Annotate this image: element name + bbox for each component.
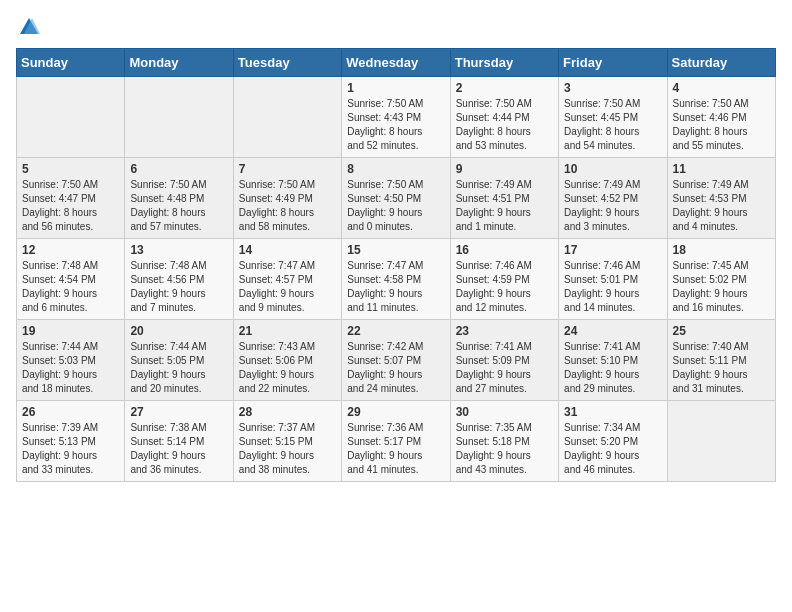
day-number: 11 <box>673 162 770 176</box>
day-number: 20 <box>130 324 227 338</box>
column-header-tuesday: Tuesday <box>233 49 341 77</box>
column-header-thursday: Thursday <box>450 49 558 77</box>
calendar-cell: 14Sunrise: 7:47 AM Sunset: 4:57 PM Dayli… <box>233 239 341 320</box>
day-info: Sunrise: 7:50 AM Sunset: 4:48 PM Dayligh… <box>130 178 227 234</box>
day-info: Sunrise: 7:35 AM Sunset: 5:18 PM Dayligh… <box>456 421 553 477</box>
day-info: Sunrise: 7:37 AM Sunset: 5:15 PM Dayligh… <box>239 421 336 477</box>
calendar-cell: 17Sunrise: 7:46 AM Sunset: 5:01 PM Dayli… <box>559 239 667 320</box>
calendar-cell: 26Sunrise: 7:39 AM Sunset: 5:13 PM Dayli… <box>17 401 125 482</box>
calendar-cell: 28Sunrise: 7:37 AM Sunset: 5:15 PM Dayli… <box>233 401 341 482</box>
calendar-week-2: 5Sunrise: 7:50 AM Sunset: 4:47 PM Daylig… <box>17 158 776 239</box>
calendar-week-3: 12Sunrise: 7:48 AM Sunset: 4:54 PM Dayli… <box>17 239 776 320</box>
day-info: Sunrise: 7:42 AM Sunset: 5:07 PM Dayligh… <box>347 340 444 396</box>
column-header-monday: Monday <box>125 49 233 77</box>
day-info: Sunrise: 7:47 AM Sunset: 4:58 PM Dayligh… <box>347 259 444 315</box>
calendar-week-5: 26Sunrise: 7:39 AM Sunset: 5:13 PM Dayli… <box>17 401 776 482</box>
day-number: 22 <box>347 324 444 338</box>
calendar-cell: 13Sunrise: 7:48 AM Sunset: 4:56 PM Dayli… <box>125 239 233 320</box>
calendar-cell: 5Sunrise: 7:50 AM Sunset: 4:47 PM Daylig… <box>17 158 125 239</box>
day-info: Sunrise: 7:39 AM Sunset: 5:13 PM Dayligh… <box>22 421 119 477</box>
day-number: 7 <box>239 162 336 176</box>
day-number: 2 <box>456 81 553 95</box>
day-info: Sunrise: 7:36 AM Sunset: 5:17 PM Dayligh… <box>347 421 444 477</box>
day-info: Sunrise: 7:41 AM Sunset: 5:10 PM Dayligh… <box>564 340 661 396</box>
calendar-cell: 22Sunrise: 7:42 AM Sunset: 5:07 PM Dayli… <box>342 320 450 401</box>
calendar-cell: 27Sunrise: 7:38 AM Sunset: 5:14 PM Dayli… <box>125 401 233 482</box>
calendar-week-1: 1Sunrise: 7:50 AM Sunset: 4:43 PM Daylig… <box>17 77 776 158</box>
day-info: Sunrise: 7:44 AM Sunset: 5:03 PM Dayligh… <box>22 340 119 396</box>
day-number: 23 <box>456 324 553 338</box>
day-info: Sunrise: 7:47 AM Sunset: 4:57 PM Dayligh… <box>239 259 336 315</box>
day-number: 9 <box>456 162 553 176</box>
day-number: 3 <box>564 81 661 95</box>
calendar-cell: 25Sunrise: 7:40 AM Sunset: 5:11 PM Dayli… <box>667 320 775 401</box>
day-number: 27 <box>130 405 227 419</box>
calendar-header-row: SundayMondayTuesdayWednesdayThursdayFrid… <box>17 49 776 77</box>
day-info: Sunrise: 7:38 AM Sunset: 5:14 PM Dayligh… <box>130 421 227 477</box>
day-info: Sunrise: 7:49 AM Sunset: 4:53 PM Dayligh… <box>673 178 770 234</box>
day-info: Sunrise: 7:48 AM Sunset: 4:54 PM Dayligh… <box>22 259 119 315</box>
calendar-table: SundayMondayTuesdayWednesdayThursdayFrid… <box>16 48 776 482</box>
column-header-friday: Friday <box>559 49 667 77</box>
day-number: 26 <box>22 405 119 419</box>
calendar-cell: 20Sunrise: 7:44 AM Sunset: 5:05 PM Dayli… <box>125 320 233 401</box>
calendar-cell: 18Sunrise: 7:45 AM Sunset: 5:02 PM Dayli… <box>667 239 775 320</box>
day-number: 15 <box>347 243 444 257</box>
calendar-cell: 19Sunrise: 7:44 AM Sunset: 5:03 PM Dayli… <box>17 320 125 401</box>
calendar-cell: 11Sunrise: 7:49 AM Sunset: 4:53 PM Dayli… <box>667 158 775 239</box>
day-number: 30 <box>456 405 553 419</box>
day-number: 5 <box>22 162 119 176</box>
calendar-cell <box>125 77 233 158</box>
day-info: Sunrise: 7:41 AM Sunset: 5:09 PM Dayligh… <box>456 340 553 396</box>
logo <box>16 16 40 38</box>
day-info: Sunrise: 7:50 AM Sunset: 4:46 PM Dayligh… <box>673 97 770 153</box>
day-info: Sunrise: 7:50 AM Sunset: 4:43 PM Dayligh… <box>347 97 444 153</box>
day-info: Sunrise: 7:50 AM Sunset: 4:50 PM Dayligh… <box>347 178 444 234</box>
calendar-cell: 12Sunrise: 7:48 AM Sunset: 4:54 PM Dayli… <box>17 239 125 320</box>
column-header-sunday: Sunday <box>17 49 125 77</box>
calendar-cell: 10Sunrise: 7:49 AM Sunset: 4:52 PM Dayli… <box>559 158 667 239</box>
day-number: 28 <box>239 405 336 419</box>
calendar-cell: 1Sunrise: 7:50 AM Sunset: 4:43 PM Daylig… <box>342 77 450 158</box>
calendar-cell <box>667 401 775 482</box>
calendar-cell: 4Sunrise: 7:50 AM Sunset: 4:46 PM Daylig… <box>667 77 775 158</box>
day-info: Sunrise: 7:49 AM Sunset: 4:51 PM Dayligh… <box>456 178 553 234</box>
column-header-wednesday: Wednesday <box>342 49 450 77</box>
calendar-week-4: 19Sunrise: 7:44 AM Sunset: 5:03 PM Dayli… <box>17 320 776 401</box>
day-info: Sunrise: 7:49 AM Sunset: 4:52 PM Dayligh… <box>564 178 661 234</box>
day-number: 12 <box>22 243 119 257</box>
day-info: Sunrise: 7:46 AM Sunset: 4:59 PM Dayligh… <box>456 259 553 315</box>
calendar-cell: 24Sunrise: 7:41 AM Sunset: 5:10 PM Dayli… <box>559 320 667 401</box>
day-info: Sunrise: 7:44 AM Sunset: 5:05 PM Dayligh… <box>130 340 227 396</box>
calendar-cell: 21Sunrise: 7:43 AM Sunset: 5:06 PM Dayli… <box>233 320 341 401</box>
day-info: Sunrise: 7:43 AM Sunset: 5:06 PM Dayligh… <box>239 340 336 396</box>
day-number: 1 <box>347 81 444 95</box>
calendar-cell: 7Sunrise: 7:50 AM Sunset: 4:49 PM Daylig… <box>233 158 341 239</box>
calendar-cell: 6Sunrise: 7:50 AM Sunset: 4:48 PM Daylig… <box>125 158 233 239</box>
calendar-cell <box>17 77 125 158</box>
calendar-cell: 16Sunrise: 7:46 AM Sunset: 4:59 PM Dayli… <box>450 239 558 320</box>
day-number: 24 <box>564 324 661 338</box>
day-number: 10 <box>564 162 661 176</box>
day-info: Sunrise: 7:50 AM Sunset: 4:49 PM Dayligh… <box>239 178 336 234</box>
calendar-cell: 9Sunrise: 7:49 AM Sunset: 4:51 PM Daylig… <box>450 158 558 239</box>
day-number: 19 <box>22 324 119 338</box>
calendar-cell: 2Sunrise: 7:50 AM Sunset: 4:44 PM Daylig… <box>450 77 558 158</box>
day-number: 21 <box>239 324 336 338</box>
day-number: 4 <box>673 81 770 95</box>
day-number: 14 <box>239 243 336 257</box>
logo-icon <box>18 16 40 38</box>
page-header <box>16 16 776 38</box>
day-number: 16 <box>456 243 553 257</box>
day-info: Sunrise: 7:45 AM Sunset: 5:02 PM Dayligh… <box>673 259 770 315</box>
day-info: Sunrise: 7:34 AM Sunset: 5:20 PM Dayligh… <box>564 421 661 477</box>
day-number: 31 <box>564 405 661 419</box>
calendar-cell: 30Sunrise: 7:35 AM Sunset: 5:18 PM Dayli… <box>450 401 558 482</box>
day-info: Sunrise: 7:46 AM Sunset: 5:01 PM Dayligh… <box>564 259 661 315</box>
day-info: Sunrise: 7:40 AM Sunset: 5:11 PM Dayligh… <box>673 340 770 396</box>
day-info: Sunrise: 7:50 AM Sunset: 4:47 PM Dayligh… <box>22 178 119 234</box>
calendar-cell: 29Sunrise: 7:36 AM Sunset: 5:17 PM Dayli… <box>342 401 450 482</box>
day-number: 6 <box>130 162 227 176</box>
calendar-cell <box>233 77 341 158</box>
calendar-cell: 31Sunrise: 7:34 AM Sunset: 5:20 PM Dayli… <box>559 401 667 482</box>
